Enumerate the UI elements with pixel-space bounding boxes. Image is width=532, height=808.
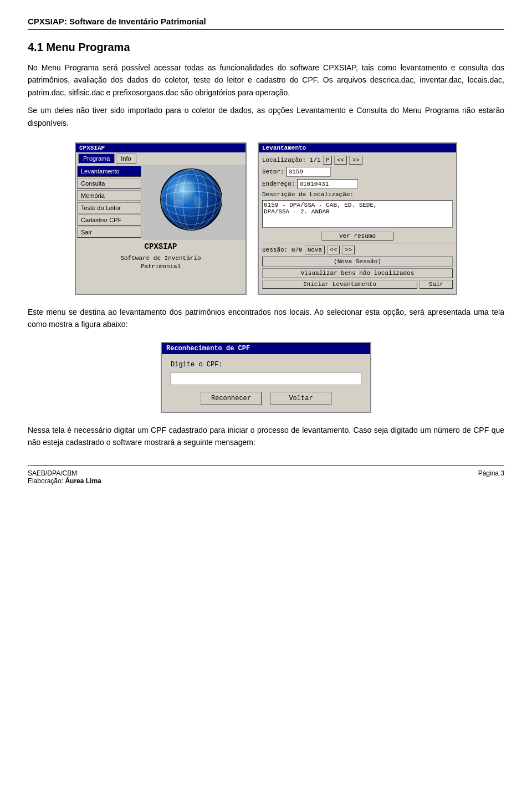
lev-sessao-next[interactable]: >> — [342, 246, 355, 254]
section-title: 4.1 Menu Programa — [28, 41, 504, 54]
cpf-body: Digite o CPF: Reconhecer Voltar — [162, 354, 370, 412]
cpf-reconhecer-btn[interactable]: Reconhecer — [201, 392, 262, 405]
cpf-label: Digite o CPF: — [171, 361, 361, 369]
sidebar-item-cadastrar-cpf[interactable]: Cadastrar CPF — [77, 214, 141, 226]
lev-endereco-label: Endereço: — [262, 181, 295, 187]
lev-localizacao-row: Localização: 1/1 P << >> — [262, 156, 453, 165]
subtitle-line2: Patrimonial — [141, 263, 181, 270]
page-footer: SAEB/DPA/CBM Elaboração: Áurea Lima Pági… — [28, 466, 504, 485]
lev-setor-row: Setor: — [262, 167, 453, 177]
footer-left: SAEB/DPA/CBM Elaboração: Áurea Lima — [28, 469, 101, 485]
lev-descricao-row: Descrição da Localização: — [262, 191, 453, 198]
ss-content-area — [142, 165, 245, 240]
cpf-dialog: Reconhecimento de CPF Digite o CPF: Reco… — [161, 342, 371, 413]
menu-programa-btn[interactable]: Programa — [78, 154, 115, 163]
section-number: 4.1 — [28, 41, 43, 53]
cpxsiap-menu-screenshot: CPXSIAP Programa Info Levantamento Consu… — [75, 142, 247, 295]
lev-setor-label: Setor: — [262, 168, 284, 175]
sidebar-item-consulta[interactable]: Consulta — [77, 178, 141, 189]
lev-setor-input[interactable] — [287, 167, 331, 177]
lev-divider — [262, 243, 453, 243]
lev-descricao-textarea[interactable]: 0159 - DPA/SSA - CAB, ED. SEDE, DPA/SSA … — [262, 200, 453, 228]
cpf-titlebar: Reconhecimento de CPF — [162, 343, 370, 354]
paragraph-3: Este menu se destina ao levantamento dos… — [28, 306, 504, 331]
cpf-voltar-btn[interactable]: Voltar — [270, 392, 331, 405]
subtitle-line1: Software de Inventário — [120, 255, 201, 262]
footer-left-line1: SAEB/DPA/CBM — [28, 469, 101, 477]
lev-iniciar-btn[interactable]: Iniciar Levantamento — [262, 280, 417, 289]
page-header: CPXSIAP: Software de Inventário Patrimon… — [28, 17, 504, 30]
screenshots-row: CPXSIAP Programa Info Levantamento Consu… — [28, 142, 504, 295]
levantamento-screenshot: Levantamento Localização: 1/1 P << >> Se… — [258, 142, 457, 295]
lev-sair-btn[interactable]: Sair — [420, 280, 453, 289]
sidebar-item-memoria[interactable]: Memória — [77, 190, 141, 201]
lev-visualizar-btn[interactable]: Visualizar bens não localizados — [262, 268, 453, 278]
lev-bottom-row: Iniciar Levantamento Sair — [262, 280, 453, 289]
lev-sessao-row: Sessão: 0/0 Nova << >> — [262, 246, 453, 254]
ss-app-subtitle: Software de Inventário Patrimonial — [76, 253, 245, 275]
ss-sidebar: Levantamento Consulta Memória Teste do L… — [76, 165, 142, 240]
section-heading: Menu Programa — [46, 41, 130, 53]
sidebar-item-teste-leitor[interactable]: Teste do Leitor — [77, 202, 141, 213]
lev-nova-btn[interactable]: Nova — [305, 246, 325, 254]
lev-ver-resumo-container: Ver resumo — [262, 232, 453, 241]
page-header-title: CPXSIAP: Software de Inventário Patrimon… — [28, 17, 206, 26]
lev-titlebar: Levantamento — [259, 144, 456, 152]
cpf-buttons: Reconhecer Voltar — [171, 392, 361, 405]
paragraph-2: Se um deles não tiver sido importado par… — [28, 104, 504, 129]
lev-p-btn[interactable]: P — [323, 156, 332, 165]
ss-app-title: CPXSIAP — [76, 240, 245, 253]
ss-body: Levantamento Consulta Memória Teste do L… — [76, 165, 245, 240]
svg-point-1 — [161, 169, 222, 230]
ss-left-titlebar: CPXSIAP — [76, 144, 245, 152]
footer-page-number: Página 3 — [478, 469, 504, 485]
footer-author: Áurea Lima — [65, 477, 101, 485]
lev-nova-sessao-label: (Nova Sessão) — [262, 257, 453, 267]
lev-endereco-input[interactable] — [297, 179, 358, 189]
lev-body: Localização: 1/1 P << >> Setor: Endereço… — [259, 152, 456, 294]
globe-graphic — [158, 166, 230, 238]
ss-menubar: Programa Info — [76, 152, 245, 165]
footer-left-line2: Elaboração: Áurea Lima — [28, 477, 101, 485]
lev-nav-prev[interactable]: << — [334, 156, 347, 165]
globe-svg — [158, 166, 224, 233]
menu-info-btn[interactable]: Info — [116, 154, 136, 163]
lev-sessao-prev[interactable]: << — [327, 246, 340, 254]
sidebar-item-sair[interactable]: Sair — [77, 227, 141, 238]
lev-localizacao-label: Localização: 1/1 — [262, 157, 321, 163]
lev-descricao-label: Descrição da Localização: — [262, 191, 354, 198]
paragraph-4: Nessa tela é necessário digitar um CPF c… — [28, 424, 504, 449]
paragraph-1: No Menu Programa será possível acessar t… — [28, 62, 504, 99]
lev-sessao-label: Sessão: 0/0 — [262, 247, 303, 253]
lev-ver-resumo-btn[interactable]: Ver resumo — [321, 232, 393, 241]
lev-descricao-area: 0159 - DPA/SSA - CAB, ED. SEDE, DPA/SSA … — [262, 200, 453, 229]
lev-endereco-row: Endereço: — [262, 179, 453, 189]
cpf-input-field[interactable] — [171, 372, 361, 385]
sidebar-item-levantamento[interactable]: Levantamento — [77, 166, 141, 177]
lev-nav-next[interactable]: >> — [349, 156, 362, 165]
cpf-dialog-container: Reconhecimento de CPF Digite o CPF: Reco… — [28, 342, 504, 413]
